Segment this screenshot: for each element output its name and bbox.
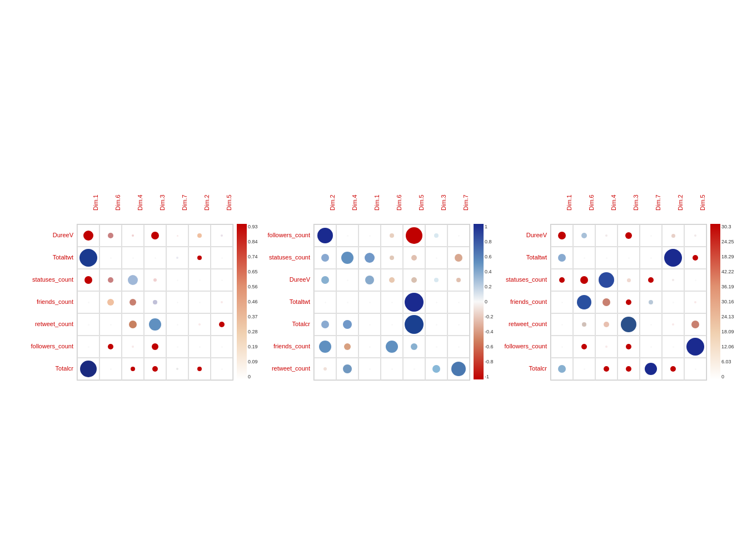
grid-cell [403, 336, 425, 358]
correlation-dot [83, 231, 93, 241]
correlation-dot [561, 346, 563, 348]
legend-label: 0 [721, 374, 734, 379]
legend-label: 36.19 [721, 284, 734, 289]
correlation-dot [131, 367, 135, 371]
correlation-dot [606, 257, 607, 259]
row-label: friends_count [500, 291, 550, 313]
grid-cell [336, 269, 358, 291]
correlation-dot [411, 255, 417, 261]
grid-cell [447, 358, 470, 380]
correlation-dot [686, 338, 704, 356]
grid-cell [358, 269, 381, 291]
grid-cell [662, 224, 684, 247]
grid-cell [336, 336, 358, 358]
row-label: Totaltwt [500, 246, 550, 268]
grid-cell [314, 313, 336, 336]
correlation-dot [369, 368, 371, 370]
chart-wrapper-1: Dim.2Dim.4Dim.1Dim.6Dim.5Dim.3Dim.7follo… [263, 179, 484, 381]
grid-cell [640, 313, 662, 336]
grid-cell [122, 269, 144, 291]
grid-cell [684, 358, 706, 380]
correlation-dot [405, 293, 424, 312]
grid-cell [403, 358, 425, 380]
correlation-dot [347, 235, 348, 237]
grid-cell [595, 336, 617, 358]
correlation-dot [581, 344, 587, 349]
grid-cell [617, 224, 640, 247]
correlation-dot [347, 279, 348, 281]
grid-cell [662, 269, 684, 291]
col-header: Dim.2 [313, 179, 336, 224]
chart-wrapper-2: Dim.1Dim.6Dim.4Dim.3Dim.7Dim.2Dim.5Duree… [500, 179, 720, 381]
correlation-dot [650, 257, 652, 259]
legend-label: 30.3 [721, 224, 734, 229]
grid-cell [314, 247, 336, 269]
correlation-dot [199, 346, 201, 348]
grid-cell [403, 313, 425, 336]
row-label: retweet_count [263, 357, 313, 379]
grid-cell [358, 291, 381, 313]
correlation-dot [672, 279, 674, 281]
correlation-dot [197, 367, 202, 371]
grid-cell [99, 313, 122, 336]
col-header: Dim.2 [661, 179, 684, 224]
correlation-dot [558, 254, 566, 262]
correlation-dot [458, 346, 460, 348]
correlation-dot [406, 227, 422, 244]
col-header: Dim.5 [684, 179, 706, 224]
correlation-dot [390, 256, 394, 260]
row-label: statuses_count [263, 246, 313, 268]
grid-cell [314, 358, 336, 380]
correlation-dot [626, 299, 631, 305]
grid-cell [425, 224, 447, 247]
correlation-dot [319, 341, 331, 353]
grid-cell [188, 313, 211, 336]
grid-cell [684, 224, 706, 247]
grid-cell [358, 224, 381, 247]
row-label: friends_count [263, 335, 313, 357]
legend-label: 6.03 [721, 359, 734, 364]
grid-cell [684, 269, 706, 291]
legend-gradient [237, 224, 247, 379]
legend-label: 0.8 [485, 239, 494, 244]
correlation-dot [411, 277, 417, 283]
grid-cell [403, 224, 425, 247]
grid-cell [595, 269, 617, 291]
grid-cell [144, 291, 166, 313]
legend-label: -1 [485, 374, 494, 379]
grid-cell [551, 358, 573, 380]
svg-rect-0 [237, 224, 247, 379]
col-header: Dim.1 [550, 179, 572, 224]
legend-label: 0.56 [248, 284, 258, 289]
grid-cell [166, 224, 188, 247]
correlation-dot [84, 276, 92, 284]
correlation-dot [88, 324, 89, 326]
legend-label: 0.09 [248, 359, 258, 364]
col-header: Dim.4 [595, 179, 617, 224]
grid-cell [573, 291, 595, 313]
correlation-dot [132, 346, 134, 348]
grid-cell [188, 247, 211, 269]
correlation-dot [347, 302, 348, 303]
correlation-dot [79, 249, 97, 267]
correlation-dot [694, 234, 696, 237]
grid-cell [573, 358, 595, 380]
correlation-dot [605, 234, 607, 237]
grid-cell [336, 291, 358, 313]
correlation-dot [455, 254, 462, 262]
correlation-dot [365, 276, 374, 284]
grid-cell [99, 247, 122, 269]
grid-cell [573, 247, 595, 269]
correlation-dot [199, 279, 201, 281]
grid-cell [336, 313, 358, 336]
grid-cell [314, 336, 336, 358]
col-header: Dim.7 [639, 179, 661, 224]
grid-cell [573, 224, 595, 247]
grid-cell [122, 358, 144, 380]
correlation-dot [695, 279, 696, 281]
correlation-dot [559, 277, 565, 283]
correlation-dot [581, 233, 587, 238]
correlation-dot [580, 276, 588, 284]
correlation-dot [670, 366, 676, 372]
correlation-dot [221, 301, 223, 303]
